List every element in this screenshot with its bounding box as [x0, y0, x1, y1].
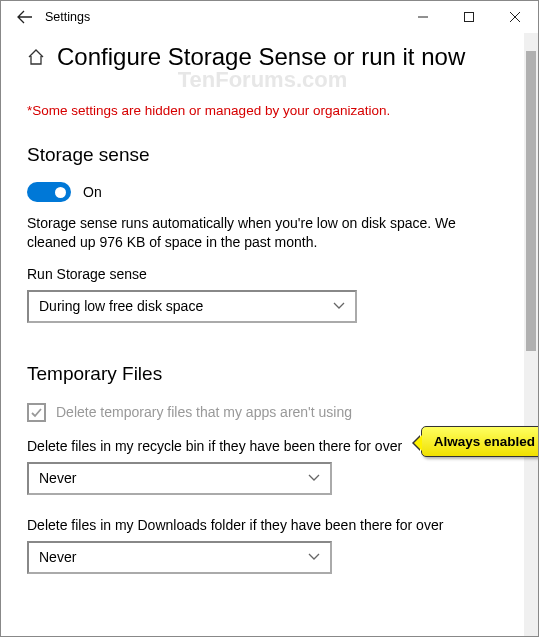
recycle-bin-select[interactable]: Never	[27, 462, 332, 495]
storage-sense-toggle[interactable]	[27, 182, 71, 202]
close-icon	[510, 12, 520, 22]
temporary-files-heading: Temporary Files	[27, 363, 498, 385]
run-storage-sense-label: Run Storage sense	[27, 266, 498, 282]
home-icon[interactable]	[27, 48, 45, 66]
chevron-down-icon	[333, 302, 345, 310]
checkmark-icon	[30, 406, 43, 419]
chevron-down-icon	[308, 474, 320, 482]
recycle-bin-value: Never	[39, 470, 76, 486]
arrow-left-icon	[17, 9, 33, 25]
maximize-button[interactable]	[446, 1, 492, 33]
close-button[interactable]	[492, 1, 538, 33]
delete-temp-files-checkbox	[27, 403, 46, 422]
storage-sense-description: Storage sense runs automatically when yo…	[27, 214, 498, 252]
downloads-label: Delete files in my Downloads folder if t…	[27, 517, 498, 533]
minimize-button[interactable]	[400, 1, 446, 33]
back-button[interactable]	[9, 1, 41, 33]
svg-rect-0	[465, 13, 474, 22]
delete-temp-files-label: Delete temporary files that my apps aren…	[56, 404, 352, 420]
window-title: Settings	[41, 10, 90, 24]
settings-content: Configure Storage Sense or run it now Te…	[1, 33, 524, 636]
run-storage-sense-select[interactable]: During low free disk space	[27, 290, 357, 323]
title-bar: Settings	[1, 1, 538, 33]
callout-text: Always enabled	[434, 434, 535, 449]
minimize-icon	[418, 12, 428, 22]
vertical-scrollbar[interactable]	[524, 33, 538, 636]
scrollbar-thumb[interactable]	[526, 51, 536, 351]
watermark-text: TenForums.com	[27, 67, 498, 93]
maximize-icon	[464, 12, 474, 22]
annotation-callout: Always enabled	[421, 426, 539, 457]
run-storage-sense-value: During low free disk space	[39, 298, 203, 314]
downloads-select[interactable]: Never	[27, 541, 332, 574]
storage-sense-heading: Storage sense	[27, 144, 498, 166]
chevron-down-icon	[308, 553, 320, 561]
policy-notice: *Some settings are hidden or managed by …	[27, 103, 498, 118]
downloads-value: Never	[39, 549, 76, 565]
toggle-state-label: On	[83, 184, 102, 200]
